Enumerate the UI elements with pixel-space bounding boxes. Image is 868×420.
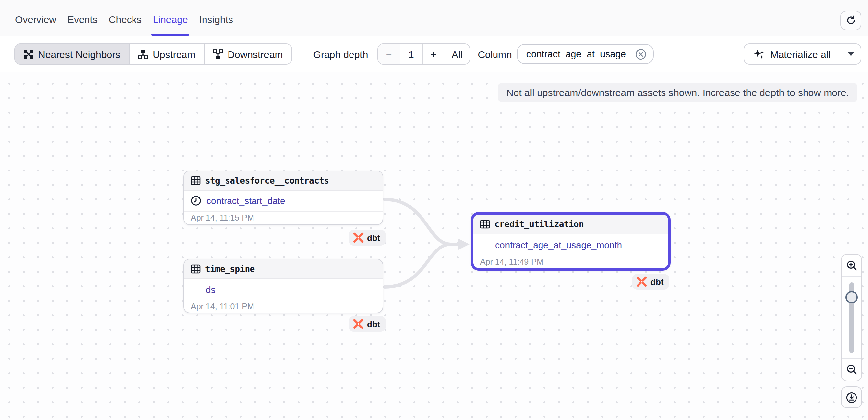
edge-stg-to-credit: [385, 199, 459, 244]
tab-insights[interactable]: Insights: [199, 3, 233, 35]
downstream-icon: [213, 49, 223, 59]
materialize-split-button: Materialize all: [744, 44, 861, 64]
graph-depth-stepper: − 1 + All: [377, 44, 470, 64]
zoom-controls: [841, 254, 862, 381]
depth-increment-button[interactable]: +: [423, 44, 445, 64]
table-icon: [191, 264, 200, 274]
zoom-slider-handle[interactable]: [845, 291, 858, 304]
view-mode-label: Nearest Neighbors: [38, 48, 120, 60]
dbt-badge-label: dbt: [367, 319, 380, 329]
asset-node-credit-utilization[interactable]: credit_utilization contract_age_at_usage…: [471, 212, 671, 271]
asset-node-stg-salesforce-contracts[interactable]: stg_salesforce__contracts contract_start…: [183, 170, 383, 225]
refresh-icon: [846, 15, 856, 26]
materialization-timestamp: Apr 14, 11:15 PM: [184, 211, 383, 224]
asset-node-time-spine[interactable]: time_spine ds Apr 14, 11:01 PM: [183, 259, 383, 313]
dbt-icon: [353, 318, 364, 329]
depth-decrement-button[interactable]: −: [378, 44, 400, 64]
asset-column-row: contract_age_at_usage_month: [473, 234, 668, 255]
materialize-options-button[interactable]: [840, 44, 861, 64]
materialize-all-button[interactable]: Materialize all: [744, 44, 840, 64]
zoom-slider[interactable]: [842, 277, 861, 358]
dbt-badge: dbt: [348, 316, 386, 332]
lineage-toolbar: Nearest Neighbors Upstream: [0, 36, 868, 73]
lineage-graph-canvas[interactable]: Not all upstream/downstream assets shown…: [0, 73, 868, 420]
active-tab-underline: [152, 34, 189, 35]
tab-checks[interactable]: Checks: [109, 3, 142, 35]
dbt-badge-label: dbt: [367, 233, 380, 243]
asset-column-row: contract_start_date: [184, 191, 383, 211]
recenter-view-button[interactable]: [841, 386, 862, 408]
dbt-icon: [637, 277, 647, 287]
tab-events-label: Events: [67, 13, 98, 25]
depth-value-input[interactable]: 1: [400, 44, 423, 64]
depth-warning-banner: Not all upstream/downstream assets shown…: [498, 83, 858, 102]
zoom-in-icon: [846, 260, 857, 271]
lineage-edges: [0, 73, 868, 420]
column-filter-chip[interactable]: contract_age_at_usage_: [517, 44, 654, 64]
upstream-icon: [138, 49, 148, 59]
asset-name: credit_utilization: [495, 219, 584, 229]
tabs: Overview Events Checks Lineage Insights: [15, 0, 233, 35]
clear-column-filter-icon[interactable]: [635, 48, 646, 60]
materialization-timestamp: Apr 14, 11:49 PM: [473, 255, 668, 268]
asset-lineage-page: Overview Events Checks Lineage Insights: [0, 0, 868, 420]
asset-node-header: credit_utilization: [473, 215, 668, 234]
column-filter-value: contract_age_at_usage_: [526, 49, 631, 59]
view-mode-segmented-control: Nearest Neighbors Upstream: [14, 44, 292, 64]
tab-overview-label: Overview: [15, 13, 56, 25]
view-mode-label: Downstream: [227, 48, 283, 60]
depth-all-button[interactable]: All: [445, 44, 469, 64]
dbt-badge-label: dbt: [650, 277, 663, 287]
refresh-button[interactable]: [840, 10, 861, 30]
dbt-badge: dbt: [632, 274, 670, 290]
column-filter-label: Column: [478, 48, 512, 60]
table-icon: [191, 175, 200, 185]
asset-column-row: ds: [184, 279, 383, 300]
view-mode-nearest-neighbors[interactable]: Nearest Neighbors: [15, 44, 129, 64]
table-icon: [480, 219, 490, 229]
asset-name: stg_salesforce__contracts: [205, 175, 329, 185]
column-name[interactable]: contract_start_date: [207, 196, 285, 206]
edge-arrowhead: [458, 239, 469, 250]
column-name[interactable]: ds: [206, 284, 216, 295]
edge-timespine-to-credit: [385, 244, 459, 287]
view-mode-label: Upstream: [153, 48, 195, 60]
dbt-badge: dbt: [348, 230, 386, 246]
view-mode-upstream[interactable]: Upstream: [129, 44, 205, 64]
materialization-timestamp: Apr 14, 11:01 PM: [184, 300, 383, 313]
sparkles-icon: [754, 48, 765, 60]
asset-node-header: stg_salesforce__contracts: [184, 171, 383, 191]
tab-insights-label: Insights: [199, 13, 233, 25]
materialize-all-label: Materialize all: [770, 48, 831, 60]
chevron-down-icon: [847, 52, 854, 56]
tab-overview[interactable]: Overview: [15, 3, 56, 35]
asset-name: time_spine: [205, 264, 255, 274]
asset-node-header: time_spine: [184, 259, 383, 279]
zoom-out-icon: [846, 364, 857, 375]
nearest-neighbors-icon: [24, 49, 34, 59]
graph-depth-label: Graph depth: [313, 48, 368, 60]
dbt-icon: [353, 232, 364, 243]
circled-down-arrow-icon: [846, 391, 858, 403]
tab-bar: Overview Events Checks Lineage Insights: [0, 0, 868, 36]
tab-lineage-label: Lineage: [153, 13, 188, 25]
clock-icon: [191, 196, 201, 206]
tab-checks-label: Checks: [109, 13, 142, 25]
zoom-out-button[interactable]: [842, 358, 861, 381]
zoom-in-button[interactable]: [842, 255, 861, 277]
column-name[interactable]: contract_age_at_usage_month: [495, 239, 622, 250]
tab-lineage[interactable]: Lineage: [153, 3, 188, 35]
view-mode-downstream[interactable]: Downstream: [205, 44, 291, 64]
tab-events[interactable]: Events: [67, 3, 98, 35]
